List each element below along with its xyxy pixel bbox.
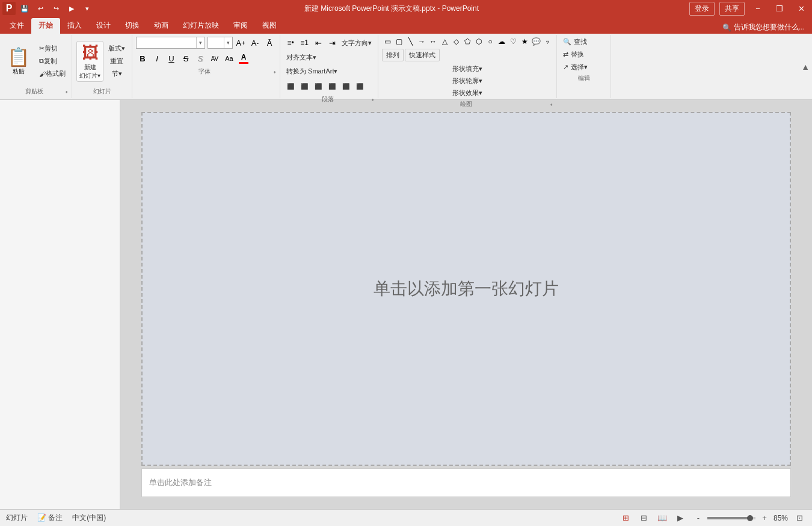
pentagon-shape[interactable]: ⬠ (462, 36, 473, 47)
double-arrow-shape[interactable]: ↔ (428, 36, 438, 47)
shape-fill-button[interactable]: 形状填充▾ (382, 63, 553, 75)
login-button[interactable]: 登录 (689, 2, 715, 16)
underline-button[interactable]: U (165, 52, 178, 65)
present-quick-btn[interactable]: ▶ (65, 2, 78, 15)
minimize-button[interactable]: − (749, 2, 766, 14)
clear-format-button[interactable]: Ā (263, 36, 276, 49)
font-color-button[interactable]: A (237, 52, 250, 65)
paste-button[interactable]: 📋 粘贴 (4, 45, 33, 77)
font-size-dropdown-arrow[interactable]: ▾ (224, 37, 232, 48)
more-shapes[interactable]: ▿ (542, 36, 553, 47)
char-spacing-button[interactable]: AV (208, 52, 221, 65)
font-name-selector[interactable]: ▾ (136, 37, 205, 49)
slideshow-button[interactable]: ▶ (674, 512, 687, 525)
arrow-shape[interactable]: → (416, 36, 427, 47)
replace-button[interactable]: ⇄ 替换 (561, 49, 586, 60)
quick-styles-button[interactable]: 快速样式 (405, 49, 440, 61)
tab-view[interactable]: 视图 (255, 18, 284, 34)
share-button[interactable]: 共享 (719, 2, 745, 16)
layout-button[interactable]: 版式▾ (106, 43, 128, 54)
tab-slideshow[interactable]: 幻灯片放映 (176, 18, 226, 34)
decrease-font-size-button[interactable]: A- (248, 36, 262, 49)
tab-animations[interactable]: 动画 (147, 18, 176, 34)
slide-canvas[interactable]: 单击以添加第一张幻灯片 (141, 112, 791, 466)
fit-window-button[interactable]: ⊡ (793, 512, 806, 525)
undo-quick-btn[interactable]: ↩ (34, 2, 47, 15)
num-list-button[interactable]: ≡1 (298, 36, 311, 49)
ribbon-search[interactable]: 🔍 告诉我您想要做什么... (718, 21, 810, 34)
zoom-in-button[interactable]: + (758, 512, 771, 525)
canvas-area[interactable]: 单击以添加第一张幻灯片 单击此处添加备注 (120, 100, 812, 509)
align-text-button[interactable]: 对齐文本▾ (284, 52, 319, 63)
notes-area[interactable]: 单击此处添加备注 (141, 468, 791, 497)
bullet-list-button[interactable]: ≡• (284, 36, 297, 49)
close-button[interactable]: ✕ (793, 2, 810, 14)
redo-quick-btn[interactable]: ↪ (49, 2, 63, 15)
increase-font-size-button[interactable]: A+ (234, 36, 247, 49)
font-name-dropdown-arrow[interactable]: ▾ (196, 37, 205, 48)
select-button[interactable]: ↗ 选择▾ (561, 61, 590, 73)
tab-home[interactable]: 开始 (31, 18, 60, 34)
collapse-ribbon-button[interactable]: ▲ (801, 62, 810, 72)
slide-sorter-button[interactable]: ⊟ (638, 512, 651, 525)
cut-button[interactable]: ✂ 剪切 (37, 43, 60, 54)
copy-button[interactable]: ⧉ 复制 (37, 55, 60, 67)
arrange-button[interactable]: 排列 (382, 49, 404, 61)
customize-quick-btn[interactable]: ▾ (81, 2, 94, 15)
tab-transitions[interactable]: 切换 (118, 18, 147, 34)
bold-button[interactable]: B (136, 52, 149, 65)
format-painter-button[interactable]: 🖌 格式刷 (37, 68, 68, 79)
font-name-input[interactable] (137, 39, 196, 46)
font-expand[interactable]: ⬧ (273, 69, 276, 75)
tab-review[interactable]: 审阅 (226, 18, 255, 34)
column-button[interactable]: ⬛ (339, 79, 352, 93)
diamond-shape[interactable]: ◇ (451, 36, 461, 47)
zoom-slider[interactable] (707, 517, 755, 519)
align-left-button[interactable]: ⬛ (284, 79, 297, 93)
oval-shape[interactable]: ○ (485, 36, 496, 47)
zoom-slider-thumb[interactable] (747, 515, 753, 521)
app-icon[interactable]: P (2, 2, 16, 15)
justify-button[interactable]: ⬛ (325, 79, 339, 93)
line-spacing-button[interactable]: ⬛ (353, 79, 366, 93)
tab-file[interactable]: 文件 (2, 18, 31, 34)
rounded-rect-shape[interactable]: ▢ (393, 36, 404, 47)
reset-button[interactable]: 重置 (106, 55, 128, 67)
drawing-expand[interactable]: ⬧ (550, 101, 553, 107)
tab-insert[interactable]: 插入 (60, 18, 89, 34)
convert-smartart-button[interactable]: 转换为 SmartArt▾ (284, 66, 340, 77)
clipboard-expand[interactable]: ⬧ (65, 88, 68, 94)
heart-shape[interactable]: ♡ (508, 36, 518, 47)
restore-button[interactable]: ❒ (771, 2, 788, 14)
reading-view-button[interactable]: 📖 (656, 512, 669, 525)
font-size-input[interactable] (208, 39, 224, 46)
font-size-selector[interactable]: ▾ (208, 37, 233, 49)
text-direction-button[interactable]: 文字方向▾ (339, 37, 374, 49)
normal-view-button[interactable]: ⊞ (620, 512, 633, 525)
zoom-out-button[interactable]: - (692, 512, 705, 525)
strikethrough-button[interactable]: S (179, 52, 192, 65)
zoom-percent[interactable]: 85% (774, 514, 788, 522)
tab-design[interactable]: 设计 (89, 18, 118, 34)
align-center-button[interactable]: ⬛ (298, 79, 311, 93)
rect-shape[interactable]: ▭ (382, 36, 393, 47)
align-right-button[interactable]: ⬛ (312, 79, 325, 93)
new-slide-button[interactable]: 🖼 新建 幻灯片▾ (76, 41, 103, 82)
shape-effects-button[interactable]: 形状效果▾ (382, 87, 553, 99)
increase-indent-button[interactable]: ⇥ (325, 36, 339, 49)
slide-notes-button[interactable]: 📝 备注 (37, 513, 63, 523)
cloud-shape[interactable]: ☁ (496, 36, 507, 47)
line-shape[interactable]: ╲ (405, 36, 416, 47)
find-button[interactable]: 🔍 查找 (561, 36, 589, 48)
callout-shape[interactable]: 💬 (531, 36, 541, 47)
hexagon-shape[interactable]: ⬡ (473, 36, 484, 47)
save-quick-btn[interactable]: 💾 (18, 2, 31, 15)
text-shadow-button[interactable]: S (194, 52, 207, 65)
triangle-shape[interactable]: △ (439, 36, 450, 47)
italic-button[interactable]: I (150, 52, 164, 65)
change-case-button[interactable]: Aa (223, 52, 236, 65)
shape-outline-button[interactable]: 形状轮廓▾ (382, 75, 553, 87)
section-button[interactable]: 节▾ (106, 68, 128, 79)
para-expand[interactable]: ⬧ (371, 96, 374, 102)
star-shape[interactable]: ★ (519, 36, 530, 47)
